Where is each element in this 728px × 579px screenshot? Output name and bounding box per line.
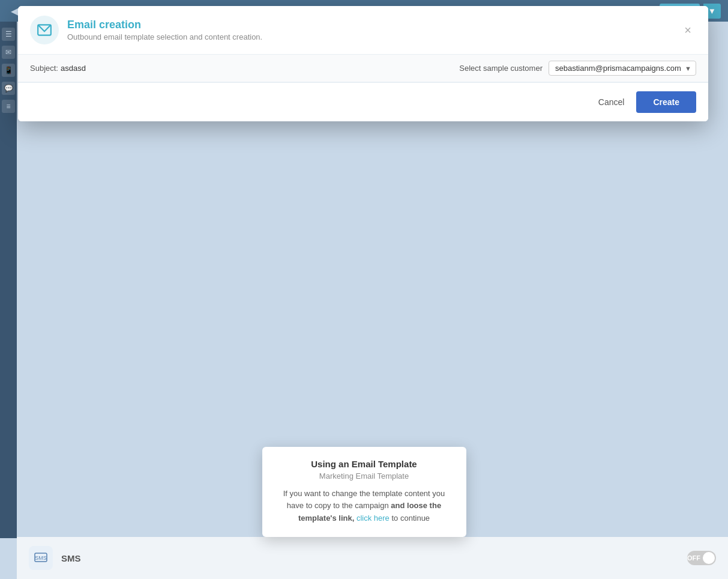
sms-label: SMS bbox=[61, 553, 81, 563]
tooltip-popup: Using an Email Template Marketing Email … bbox=[262, 447, 466, 537]
toggle-knob bbox=[703, 552, 715, 564]
svg-text:SMS: SMS bbox=[35, 555, 47, 561]
tooltip-subtitle: Marketing Email Template bbox=[277, 471, 452, 480]
modal-footer: Cancel Create bbox=[18, 82, 708, 121]
sidebar-icon-3[interactable]: 📱 bbox=[2, 64, 15, 77]
tooltip-link[interactable]: click here bbox=[356, 514, 390, 523]
sms-icon: SMS bbox=[29, 546, 53, 570]
sample-customer-area: Select sample customer sebastianm@prisma… bbox=[459, 61, 696, 76]
modal-title: Email creation bbox=[67, 19, 262, 31]
sidebar-icon-2[interactable]: ✉ bbox=[2, 46, 15, 59]
modal-icon bbox=[30, 16, 59, 44]
sidebar-icon-1[interactable]: ☰ bbox=[2, 28, 15, 41]
modal-title-block: Email creation Outbound email template s… bbox=[67, 19, 262, 41]
sample-customer-select-wrapper: sebastianm@prismacampaigns.com john@exam… bbox=[549, 61, 696, 76]
subject-label: Subject: bbox=[30, 64, 58, 73]
sms-bar: SMS SMS OFF bbox=[17, 537, 728, 579]
sms-toggle[interactable]: OFF bbox=[687, 551, 716, 565]
sidebar-icon-5[interactable]: ≡ bbox=[2, 100, 15, 113]
modal-close-button[interactable]: × bbox=[679, 21, 696, 40]
email-creation-modal: Email creation Outbound email template s… bbox=[18, 6, 708, 121]
cancel-button[interactable]: Cancel bbox=[586, 92, 637, 112]
sample-customer-select[interactable]: sebastianm@prismacampaigns.com john@exam… bbox=[549, 61, 696, 76]
modal-header: Email creation Outbound email template s… bbox=[18, 6, 708, 55]
tooltip-body-after: to continue bbox=[391, 514, 430, 523]
create-button[interactable]: Create bbox=[636, 91, 696, 113]
subject-value: asdasd bbox=[61, 64, 86, 73]
subject-bar: Subject: asdasd Select sample customer s… bbox=[18, 55, 708, 82]
tooltip-body: If you want to change the template conte… bbox=[277, 488, 452, 525]
modal-subtitle: Outbound email template selection and co… bbox=[67, 32, 262, 41]
sidebar-icon-4[interactable]: 💬 bbox=[2, 82, 15, 95]
sample-customer-label: Select sample customer bbox=[459, 64, 543, 73]
toggle-label: OFF bbox=[687, 554, 700, 562]
tooltip-title: Using an Email Template bbox=[277, 459, 452, 469]
left-sidebar: ☰ ✉ 📱 💬 ≡ bbox=[0, 22, 17, 538]
